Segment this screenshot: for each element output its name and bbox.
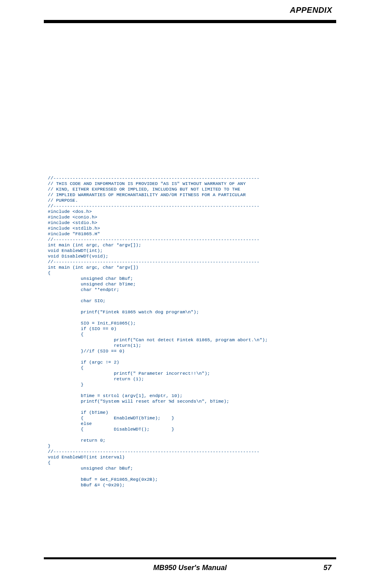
- footer-divider: [44, 557, 336, 559]
- section-header: APPENDIX: [290, 6, 332, 15]
- header-divider: [44, 20, 336, 23]
- page-container: APPENDIX //-----------------------------…: [0, 0, 380, 588]
- code-listing: //--------------------------------------…: [48, 175, 332, 488]
- footer-product-name: MB950 User's Manual: [44, 564, 336, 572]
- page-number: 57: [323, 564, 331, 572]
